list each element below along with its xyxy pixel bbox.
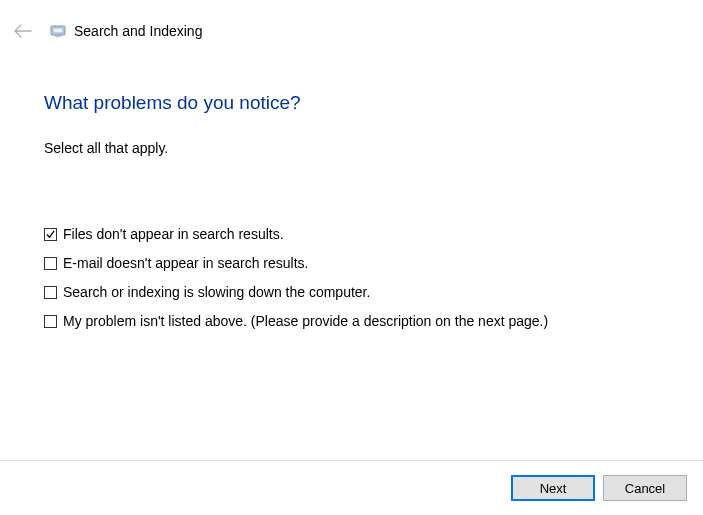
checkbox-icon[interactable]: [44, 315, 57, 328]
troubleshooter-icon: [50, 23, 66, 39]
option-slowing-down[interactable]: Search or indexing is slowing down the c…: [44, 284, 659, 300]
cancel-button[interactable]: Cancel: [603, 475, 687, 501]
checkbox-icon[interactable]: [44, 286, 57, 299]
svg-rect-1: [53, 28, 63, 33]
footer-divider: [0, 460, 703, 461]
page-subtitle: Select all that apply.: [44, 140, 659, 156]
option-email-missing[interactable]: E-mail doesn't appear in search results.: [44, 255, 659, 271]
option-label: My problem isn't listed above. (Please p…: [63, 313, 548, 329]
svg-rect-2: [55, 35, 61, 37]
checkbox-icon[interactable]: [44, 228, 57, 241]
option-label: Search or indexing is slowing down the c…: [63, 284, 370, 300]
content-area: What problems do you notice? Select all …: [0, 42, 703, 329]
header: Search and Indexing: [0, 0, 703, 42]
page-heading: What problems do you notice?: [44, 92, 659, 114]
back-arrow-icon: [10, 20, 36, 42]
option-files-missing[interactable]: Files don't appear in search results.: [44, 226, 659, 242]
window-title: Search and Indexing: [74, 23, 202, 39]
next-button[interactable]: Next: [511, 475, 595, 501]
title-row: Search and Indexing: [50, 23, 202, 39]
options-list: Files don't appear in search results. E-…: [44, 226, 659, 329]
option-label: Files don't appear in search results.: [63, 226, 284, 242]
checkbox-icon[interactable]: [44, 257, 57, 270]
footer-buttons: Next Cancel: [511, 475, 687, 501]
option-label: E-mail doesn't appear in search results.: [63, 255, 308, 271]
option-not-listed[interactable]: My problem isn't listed above. (Please p…: [44, 313, 659, 329]
